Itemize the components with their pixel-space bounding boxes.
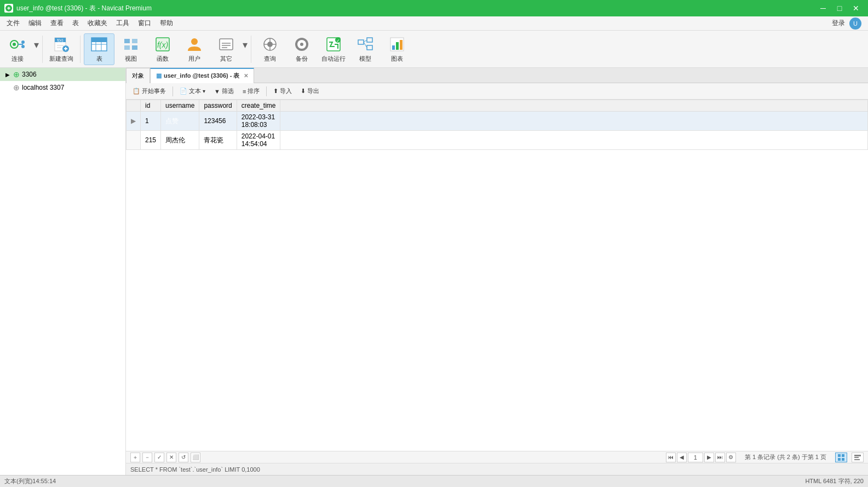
filter-button[interactable]: ▼ 筛选 bbox=[211, 86, 237, 96]
menu-favorites[interactable]: 收藏夹 bbox=[83, 17, 112, 30]
close-button[interactable]: ✕ bbox=[848, 1, 864, 16]
app-icon bbox=[4, 4, 13, 13]
tab-close-icon[interactable]: ✕ bbox=[244, 73, 248, 79]
tab-user-info[interactable]: ▦ user_info @test (3306) - 表 ✕ bbox=[150, 68, 254, 83]
status-right: ⏮ ◀ 1 ▶ ⏭ ⚙ 第 1 条记录 (共 2 条) 于第 1 页 bbox=[666, 453, 864, 462]
minimize-button[interactable]: ─ bbox=[815, 1, 831, 16]
svg-rect-53 bbox=[838, 458, 841, 461]
menu-tools[interactable]: 工具 bbox=[112, 17, 134, 30]
nav-buttons: ⏮ ◀ 1 ▶ ⏭ ⚙ bbox=[666, 453, 736, 462]
toolbar-autorun[interactable]: ✓ 自动运行 bbox=[318, 33, 349, 65]
toolbar-backup[interactable]: 备份 bbox=[286, 33, 317, 65]
svg-point-4 bbox=[21, 40, 25, 44]
menu-right: 登录 U bbox=[832, 18, 866, 30]
table-row[interactable]: 215 周杰伦 青花瓷 2022-04-01 14:54:04 bbox=[127, 131, 868, 150]
svg-rect-42 bbox=[358, 40, 364, 44]
table-row[interactable]: ▶ 1 点赞 123456 2022-03-31 18:08:03 bbox=[127, 112, 868, 131]
tab-objects[interactable]: 对象 bbox=[126, 68, 150, 83]
connect-dropdown[interactable]: ▾ bbox=[34, 39, 39, 51]
clear-button[interactable]: ⬜ bbox=[191, 453, 200, 462]
text-icon: 📄 bbox=[180, 88, 187, 95]
col-header-password[interactable]: password bbox=[199, 100, 237, 112]
svg-line-45 bbox=[364, 40, 367, 42]
toolbar-connect[interactable]: 连接 bbox=[2, 33, 33, 65]
import-button[interactable]: ⬆ 导入 bbox=[270, 86, 295, 96]
cell-password-2[interactable]: 青花瓷 bbox=[199, 131, 237, 150]
sep2 bbox=[80, 36, 81, 63]
col-header-create-time[interactable]: create_time bbox=[237, 100, 280, 112]
begin-transaction-label: 开始事务 bbox=[142, 87, 166, 95]
other-dropdown[interactable]: ▾ bbox=[243, 39, 248, 51]
status-bar: ＋ － ✓ ✕ ↺ ⬜ ⏮ ◀ 1 ▶ ⏭ ⚙ 第 1 bbox=[126, 451, 868, 463]
cancel-edit-button[interactable]: ✕ bbox=[166, 453, 176, 462]
text-button[interactable]: 📄 文本 ▾ bbox=[176, 86, 209, 96]
delete-row-button[interactable]: － bbox=[142, 453, 152, 462]
toolbar-model[interactable]: 模型 bbox=[350, 33, 381, 65]
tab-table-icon: ▦ bbox=[156, 72, 162, 79]
sort-button[interactable]: ≡ 排序 bbox=[239, 86, 263, 96]
chart-label: 图表 bbox=[391, 55, 403, 63]
cell-username-2[interactable]: 周杰伦 bbox=[161, 131, 199, 150]
svg-rect-15 bbox=[91, 38, 107, 42]
cell-password-1[interactable]: 123456 bbox=[199, 112, 237, 131]
svg-point-38 bbox=[300, 43, 303, 46]
col-header-id[interactable]: id bbox=[141, 100, 161, 112]
toolbar-function[interactable]: f(x) 函数 bbox=[147, 33, 178, 65]
refresh-button[interactable]: ↺ bbox=[179, 453, 188, 462]
connection-label-localhost3307: localhost 3307 bbox=[22, 84, 64, 91]
export-label: 导出 bbox=[307, 87, 319, 95]
sidebar-item-3306[interactable]: ▶ ⊕ 3306 bbox=[0, 68, 125, 81]
menu-help[interactable]: 帮助 bbox=[156, 17, 177, 30]
cell-id-2[interactable]: 215 bbox=[141, 131, 161, 150]
autorun-label: 自动运行 bbox=[321, 55, 346, 63]
login-button[interactable]: 登录 bbox=[832, 19, 845, 28]
toolbar-other[interactable]: 其它 bbox=[211, 33, 242, 65]
connection-label-3306: 3306 bbox=[22, 71, 37, 78]
menu-file[interactable]: 文件 bbox=[2, 17, 24, 30]
menu-window[interactable]: 窗口 bbox=[134, 17, 156, 30]
svg-rect-50 bbox=[400, 40, 403, 50]
begin-transaction-button[interactable]: 📋 开始事务 bbox=[129, 86, 169, 96]
toolbar-user[interactable]: 用户 bbox=[179, 33, 210, 65]
cell-create-time-2[interactable]: 2022-04-01 14:54:04 bbox=[237, 131, 280, 150]
svg-text:✓: ✓ bbox=[336, 38, 340, 43]
user-avatar[interactable]: U bbox=[849, 18, 861, 30]
cell-username-1[interactable]: 点赞 bbox=[161, 112, 199, 131]
table-scroll[interactable]: id username password create_time ▶ 1 点赞 bbox=[126, 100, 868, 451]
title-bar: user_info @test (3306) - 表 - Navicat Pre… bbox=[0, 0, 868, 16]
sep1 bbox=[42, 36, 43, 63]
function-label: 函数 bbox=[157, 55, 169, 63]
menu-bar: 文件 编辑 查看 表 收藏夹 工具 窗口 帮助 登录 U bbox=[0, 16, 868, 31]
toolbar-table[interactable]: 表 bbox=[84, 33, 114, 65]
nav-next-button[interactable]: ▶ bbox=[704, 453, 714, 462]
sidebar-item-localhost3307[interactable]: ⊕ localhost 3307 bbox=[0, 81, 125, 94]
nav-first-button[interactable]: ⏮ bbox=[666, 453, 676, 462]
view-form-button[interactable] bbox=[852, 453, 864, 462]
toolbar-new-query[interactable]: f(x) 新建查询 bbox=[46, 33, 77, 65]
nav-prev-button[interactable]: ◀ bbox=[677, 453, 687, 462]
current-page[interactable]: 1 bbox=[688, 453, 703, 462]
action-sep1 bbox=[173, 86, 173, 96]
cell-id-1[interactable]: 1 bbox=[141, 112, 161, 131]
nav-last-button[interactable]: ⏭ bbox=[715, 453, 725, 462]
text-dropdown-arrow[interactable]: ▾ bbox=[203, 88, 205, 94]
model-label: 模型 bbox=[359, 55, 371, 63]
svg-rect-48 bbox=[392, 45, 395, 50]
title-controls[interactable]: ─ □ ✕ bbox=[815, 1, 864, 16]
table-label: 表 bbox=[96, 55, 102, 63]
menu-view[interactable]: 查看 bbox=[46, 17, 68, 30]
nav-settings-button[interactable]: ⚙ bbox=[726, 453, 736, 462]
cell-create-time-1[interactable]: 2022-03-31 18:08:03 bbox=[237, 112, 280, 131]
toolbar-chart[interactable]: 图表 bbox=[382, 33, 412, 65]
col-header-username[interactable]: username bbox=[161, 100, 199, 112]
maximize-button[interactable]: □ bbox=[832, 1, 847, 16]
export-button[interactable]: ⬇ 导出 bbox=[297, 86, 323, 96]
menu-table[interactable]: 表 bbox=[68, 17, 83, 30]
expand-arrow-3306: ▶ bbox=[4, 71, 11, 78]
view-grid-button[interactable] bbox=[835, 453, 847, 462]
toolbar-query2[interactable]: 查询 bbox=[255, 33, 285, 65]
toolbar-view[interactable]: 视图 bbox=[116, 33, 146, 65]
confirm-button[interactable]: ✓ bbox=[154, 453, 164, 462]
add-row-button[interactable]: ＋ bbox=[130, 453, 140, 462]
menu-edit[interactable]: 编辑 bbox=[24, 17, 46, 30]
